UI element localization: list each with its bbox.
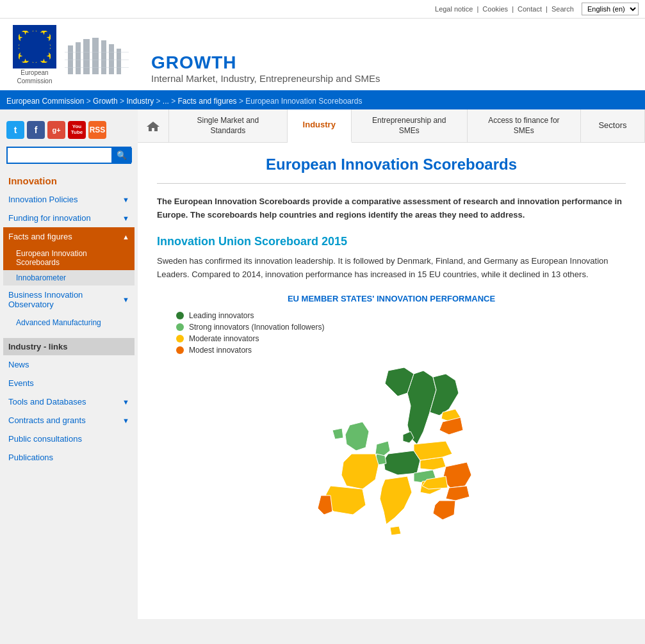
svg-marker-22 <box>147 122 159 131</box>
search-input[interactable] <box>8 148 111 163</box>
site-title-area: GROWTH Internal Market, Industry, Entrep… <box>151 52 380 90</box>
svg-marker-2 <box>45 32 51 42</box>
contact-link[interactable]: Contact <box>518 5 542 13</box>
sidebar: t f g+ YouTube RSS 🔍 Innovation Innovati… <box>0 109 138 619</box>
legend-item-leading: Leading innovators <box>176 311 626 320</box>
tab-entrepreneurship[interactable]: Entrepreneurship and SMEs <box>352 109 468 142</box>
eu-flag <box>13 25 56 68</box>
legend-item-moderate: Moderate innovators <box>176 334 626 343</box>
page-content: European Innovation Scoreboards The Euro… <box>138 143 645 619</box>
svg-rect-16 <box>101 40 106 74</box>
legend-item-modest: Modest innovators <box>176 346 626 355</box>
svg-marker-0 <box>31 31 38 32</box>
sidebar-item-advanced-manufacturing[interactable]: Advanced Manufacturing <box>3 314 135 332</box>
googleplus-icon[interactable]: g+ <box>47 121 65 139</box>
sidebar-subitem-eis[interactable]: European Innovation Scoreboards <box>3 246 135 270</box>
legend-item-strong: Strong innovators (Innovation followers) <box>176 323 626 332</box>
rss-icon[interactable]: RSS <box>88 121 106 139</box>
commission-building-graphic <box>61 33 132 77</box>
language-select[interactable]: English (en) <box>582 3 639 15</box>
breadcrumb-current: European Innovation Scoreboards <box>245 97 362 106</box>
svg-marker-7 <box>20 58 30 63</box>
sidebar-item-innovation-policies[interactable]: Innovation Policies ▼ <box>3 190 135 209</box>
top-bar: Legal notice | Cookies | Contact | Searc… <box>0 0 645 19</box>
svg-marker-8 <box>19 51 24 61</box>
site-subtitle: Internal Market, Industry, Entrepreneurs… <box>151 73 380 84</box>
map-legend: Leading innovators Strong innovators (In… <box>176 311 626 355</box>
sidebar-subitem-innobarometer[interactable]: Innobarometer <box>3 270 135 286</box>
sidebar-links-title: Industry - links <box>3 338 135 355</box>
breadcrumb-ellipsis[interactable]: ... <box>163 97 169 106</box>
social-icons: t f g+ YouTube RSS <box>3 116 135 144</box>
sidebar-link-events[interactable]: Events <box>3 374 135 392</box>
svg-rect-20 <box>65 60 129 60</box>
sidebar-link-publications[interactable]: Publications <box>3 448 135 467</box>
breadcrumb: European Commission > Growth > Industry … <box>0 93 645 109</box>
tab-access-finance[interactable]: Access to finance for SMEs <box>468 109 581 142</box>
svg-rect-14 <box>83 39 90 74</box>
page-divider <box>157 183 626 184</box>
site-header: European Commission GROWTH Internal Ma <box>0 19 645 93</box>
legend-dot-leading <box>176 312 184 319</box>
sidebar-item-funding[interactable]: Funding for innovation ▼ <box>3 209 135 227</box>
sidebar-item-facts[interactable]: Facts and figures ▲ <box>3 227 135 246</box>
breadcrumb-facts[interactable]: Facts and figures <box>178 97 237 106</box>
twitter-icon[interactable]: t <box>6 121 24 139</box>
tab-single-market[interactable]: Single Market and Standards <box>169 109 288 142</box>
svg-marker-5 <box>39 58 49 63</box>
map-section-title: EU MEMBER STATES' INNOVATION PERFORMANCE <box>157 294 626 303</box>
search-box: 🔍 <box>6 147 131 164</box>
legend-dot-modest <box>176 346 184 354</box>
search-button[interactable]: 🔍 <box>111 148 132 163</box>
svg-rect-17 <box>109 44 114 74</box>
search-link[interactable]: Search <box>551 5 574 13</box>
site-title: GROWTH <box>151 52 380 73</box>
sidebar-link-news[interactable]: News <box>3 355 135 374</box>
svg-marker-9 <box>19 43 20 51</box>
content-wrapper: t f g+ YouTube RSS 🔍 Innovation Innovati… <box>0 109 645 619</box>
europe-map <box>225 361 558 604</box>
svg-marker-3 <box>49 43 51 51</box>
chevron-icon: ▼ <box>122 214 129 222</box>
body-text: Sweden has confirmed its innovation lead… <box>157 255 626 282</box>
page-title: European Innovation Scoreboards <box>157 156 626 173</box>
svg-rect-21 <box>65 67 129 68</box>
svg-marker-10 <box>19 32 24 42</box>
legal-notice-link[interactable]: Legal notice <box>435 5 473 13</box>
map-container <box>157 361 626 606</box>
chevron-icon: ▼ <box>122 296 129 303</box>
breadcrumb-growth[interactable]: Growth <box>93 97 118 106</box>
home-tab[interactable] <box>138 109 169 142</box>
svg-marker-1 <box>39 31 49 36</box>
sidebar-link-tools[interactable]: Tools and Databases ▼ <box>3 392 135 411</box>
svg-marker-11 <box>20 31 30 36</box>
home-icon <box>147 120 159 132</box>
sidebar-link-contracts[interactable]: Contracts and grants ▼ <box>3 411 135 430</box>
youtube-icon[interactable]: YouTube <box>68 121 86 139</box>
cookies-link[interactable]: Cookies <box>482 5 508 13</box>
tab-industry[interactable]: Industry <box>288 109 352 143</box>
svg-marker-4 <box>45 51 51 61</box>
facebook-icon[interactable]: f <box>27 121 45 139</box>
logo-area: European Commission <box>13 25 132 90</box>
section-title: Innovation Union Scoreboard 2015 <box>157 235 626 248</box>
sidebar-section-title: Innovation <box>3 170 135 190</box>
chevron-up-icon: ▲ <box>122 233 129 241</box>
top-nav: Single Market and Standards Industry Ent… <box>138 109 645 143</box>
legend-dot-strong <box>176 323 184 331</box>
main-content: Single Market and Standards Industry Ent… <box>138 109 645 619</box>
svg-rect-19 <box>65 52 129 52</box>
legend-dot-moderate <box>176 335 184 342</box>
sidebar-link-consultations[interactable]: Public consultations <box>3 430 135 448</box>
svg-marker-6 <box>31 61 38 63</box>
tab-sectors[interactable]: Sectors <box>581 109 645 142</box>
svg-rect-13 <box>76 42 81 74</box>
breadcrumb-home[interactable]: European Commission <box>6 97 84 106</box>
chevron-icon: ▼ <box>122 196 129 204</box>
intro-text: The European Innovation Scoreboards prov… <box>157 195 626 222</box>
breadcrumb-industry[interactable]: Industry <box>126 97 154 106</box>
chevron-icon: ▼ <box>122 398 129 406</box>
sidebar-item-bio[interactable]: Business Innovation Observatory ▼ <box>3 286 135 314</box>
chevron-icon: ▼ <box>122 417 129 424</box>
commission-logo-text: European Commission <box>17 68 52 85</box>
